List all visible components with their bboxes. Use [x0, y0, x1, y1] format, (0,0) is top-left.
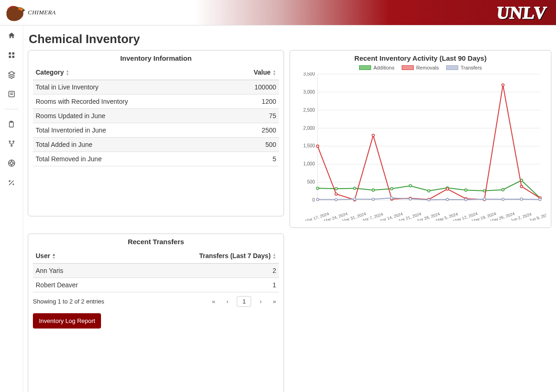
cell-label: Total Inventoried in June — [33, 123, 224, 138]
cell-user: Ann Yaris — [33, 264, 107, 278]
svg-point-82 — [446, 198, 449, 201]
inventory-log-report-button[interactable]: Inventory Log Report — [33, 313, 101, 329]
support-icon[interactable] — [7, 158, 16, 168]
svg-point-62 — [316, 145, 319, 147]
pager-next-icon[interactable]: › — [257, 297, 264, 306]
legend-additions[interactable]: Additions — [359, 65, 394, 70]
svg-text:0: 0 — [312, 197, 315, 202]
cell-user: Robert Deaver — [33, 278, 107, 292]
inventory-info-title: Inventory Information — [33, 54, 279, 62]
svg-point-76 — [335, 198, 337, 201]
cell-count: 2 — [107, 264, 279, 278]
svg-point-11 — [13, 141, 14, 142]
svg-point-81 — [428, 199, 430, 201]
svg-text:2,500: 2,500 — [303, 107, 315, 113]
svg-text:3,000: 3,000 — [303, 89, 315, 95]
svg-point-79 — [391, 197, 393, 199]
layers-icon[interactable] — [7, 70, 16, 79]
table-row: Total in Live Inventory100000 — [33, 80, 279, 95]
svg-text:2,000: 2,000 — [303, 126, 315, 131]
svg-point-59 — [502, 189, 504, 191]
col-category[interactable]: Category▲▼ — [33, 65, 224, 80]
fork-icon[interactable] — [7, 139, 16, 148]
svg-point-86 — [520, 198, 523, 200]
svg-text:1,000: 1,000 — [303, 161, 315, 166]
cell-value: 1200 — [224, 95, 279, 109]
pager: « ‹ 1 › » — [209, 296, 279, 307]
svg-point-85 — [502, 198, 504, 200]
legend-removals[interactable]: Removals — [402, 65, 439, 70]
svg-point-49 — [316, 187, 319, 190]
showing-text: Showing 1 to 2 of 2 entries — [33, 298, 104, 305]
chimera-icon — [4, 2, 26, 23]
svg-point-53 — [391, 188, 393, 190]
table-row: Total Removed in June5 — [33, 152, 279, 166]
svg-point-14 — [10, 162, 13, 164]
transfers-card: Recent Transfers User▲▼ Transfers (Last … — [28, 234, 284, 392]
col-transfers-count[interactable]: Transfers (Last 7 Days)▲▼ — [107, 248, 279, 264]
svg-point-72 — [502, 84, 504, 86]
sort-icon: ▲▼ — [272, 70, 276, 76]
sort-asc-icon: ▲▼ — [52, 253, 56, 259]
col-user[interactable]: User▲▼ — [33, 248, 107, 264]
cell-value: 5 — [224, 152, 279, 166]
pager-page[interactable]: 1 — [237, 296, 251, 307]
brand-right: UNLV — [496, 2, 548, 23]
svg-point-54 — [409, 184, 411, 187]
svg-point-55 — [428, 190, 430, 192]
cell-value: 100000 — [224, 80, 279, 95]
cell-count: 1 — [107, 278, 279, 292]
svg-point-12 — [11, 145, 12, 146]
svg-point-77 — [354, 198, 356, 200]
cell-label: Total Added in June — [33, 138, 224, 152]
pager-first-icon[interactable]: « — [209, 297, 218, 306]
pager-prev-icon[interactable]: ‹ — [224, 297, 231, 306]
sidebar — [0, 25, 23, 392]
svg-point-80 — [409, 198, 411, 200]
svg-point-84 — [483, 198, 486, 200]
col-value[interactable]: Value▲▼ — [224, 65, 279, 80]
table-row: Total Added in June500 — [33, 138, 279, 152]
svg-point-83 — [465, 198, 467, 201]
transfers-title: Recent Transfers — [33, 238, 279, 246]
svg-point-63 — [335, 193, 337, 195]
svg-point-57 — [465, 189, 467, 191]
grid-icon[interactable] — [7, 51, 16, 60]
home-icon[interactable] — [7, 31, 16, 40]
svg-text:3,500: 3,500 — [303, 72, 315, 76]
cell-label: Rooms with Recorded Inventory — [33, 95, 224, 109]
sort-icon: ▲▼ — [66, 70, 70, 76]
table-row: Robert Deaver1 — [33, 278, 279, 292]
cell-label: Rooms Updated in June — [33, 109, 224, 123]
svg-point-75 — [316, 198, 319, 201]
svg-point-69 — [446, 188, 449, 190]
chart-legend: Additions Removals Transfers — [295, 65, 546, 70]
svg-point-73 — [520, 185, 523, 188]
svg-point-10 — [9, 141, 10, 142]
table-row: Rooms with Recorded Inventory1200 — [33, 95, 279, 109]
form-icon[interactable] — [7, 89, 16, 99]
topbar: CHIMERA UNLV — [0, 0, 556, 25]
sort-icon: ▲▼ — [272, 253, 276, 259]
table-row: Rooms Updated in June75 — [33, 109, 279, 123]
legend-transfers[interactable]: Transfers — [446, 65, 482, 70]
chart-title: Recent Inventory Activity (Last 90 Days) — [295, 54, 546, 62]
svg-point-78 — [372, 198, 374, 200]
cell-value: 500 — [224, 138, 279, 152]
svg-text:1,500: 1,500 — [303, 143, 315, 148]
cell-value: 2500 — [224, 123, 279, 138]
cell-value: 75 — [224, 109, 279, 123]
logo-left[interactable]: CHIMERA — [4, 2, 56, 23]
svg-rect-1 — [9, 52, 11, 55]
table-row: Ann Yaris2 — [33, 264, 279, 278]
svg-point-65 — [372, 134, 374, 137]
svg-rect-2 — [12, 52, 14, 55]
clipboard-icon[interactable] — [7, 120, 16, 129]
svg-point-0 — [18, 7, 23, 10]
pager-last-icon[interactable]: » — [270, 297, 279, 306]
main-content: Chemical Inventory Inventory Information… — [23, 25, 556, 392]
logo-text: CHIMERA — [28, 9, 56, 16]
wand-icon[interactable] — [7, 178, 16, 187]
svg-rect-4 — [12, 56, 14, 58]
inventory-info-table: Category▲▼ Value▲▼ Total in Live Invento… — [33, 65, 279, 166]
